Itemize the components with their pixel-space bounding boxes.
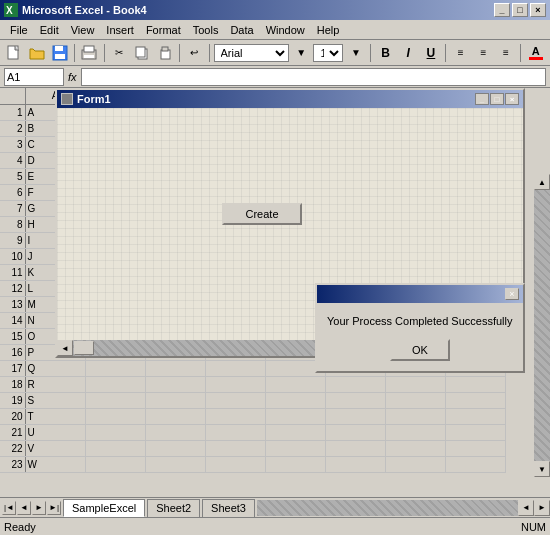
scroll-up-button[interactable]: ▲ <box>534 174 550 190</box>
cell[interactable] <box>85 392 145 408</box>
cell[interactable] <box>85 408 145 424</box>
cell[interactable] <box>205 376 265 392</box>
cell[interactable]: R <box>25 376 85 392</box>
cell[interactable] <box>445 408 505 424</box>
scroll-thumb[interactable] <box>74 341 94 355</box>
cell[interactable] <box>85 424 145 440</box>
open-button[interactable] <box>27 42 48 64</box>
cell[interactable] <box>205 408 265 424</box>
cell[interactable] <box>385 408 445 424</box>
cell[interactable] <box>145 408 205 424</box>
font-dropdown-btn[interactable]: ▼ <box>291 42 312 64</box>
cell[interactable]: S <box>25 392 85 408</box>
copy-button[interactable] <box>131 42 152 64</box>
msgbox-ok-button[interactable]: OK <box>390 339 450 361</box>
cut-button[interactable]: ✂ <box>109 42 130 64</box>
cell[interactable]: Q <box>25 360 85 376</box>
cell[interactable] <box>445 440 505 456</box>
cell[interactable]: T <box>25 408 85 424</box>
font-size-selector[interactable]: 10 <box>313 44 343 62</box>
cell[interactable] <box>205 392 265 408</box>
cell[interactable] <box>205 440 265 456</box>
cell-reference[interactable]: A1 <box>4 68 64 86</box>
msgbox-close-button[interactable]: × <box>505 288 519 300</box>
scroll-track[interactable] <box>534 190 550 461</box>
maximize-button[interactable]: □ <box>512 3 528 17</box>
undo-button[interactable]: ↩ <box>184 42 205 64</box>
menu-file[interactable]: File <box>4 22 34 38</box>
cell[interactable]: V <box>25 440 85 456</box>
cell[interactable] <box>385 456 445 472</box>
sheet-next-button[interactable]: ► <box>32 501 46 515</box>
cell[interactable] <box>445 424 505 440</box>
cell[interactable]: U <box>25 424 85 440</box>
sheet-last-button[interactable]: ►| <box>47 501 61 515</box>
vertical-scrollbar[interactable]: ▲ ▼ <box>534 174 550 477</box>
cell[interactable] <box>85 440 145 456</box>
formula-input[interactable] <box>81 68 546 86</box>
size-dropdown-btn[interactable]: ▼ <box>345 42 366 64</box>
paste-button[interactable] <box>154 42 175 64</box>
cell[interactable] <box>145 376 205 392</box>
cell[interactable] <box>145 360 205 376</box>
cell[interactable] <box>325 440 385 456</box>
menu-view[interactable]: View <box>65 22 101 38</box>
align-center-button[interactable]: ≡ <box>473 42 494 64</box>
cell[interactable] <box>265 408 325 424</box>
bold-button[interactable]: B <box>375 42 396 64</box>
close-button[interactable]: × <box>530 3 546 17</box>
cell[interactable] <box>325 424 385 440</box>
sheet-prev-button[interactable]: ◄ <box>17 501 31 515</box>
cell[interactable] <box>85 360 145 376</box>
vb-maximize-button[interactable]: □ <box>490 93 504 105</box>
menu-insert[interactable]: Insert <box>100 22 140 38</box>
cell[interactable] <box>205 360 265 376</box>
cell[interactable] <box>445 376 505 392</box>
menu-tools[interactable]: Tools <box>187 22 225 38</box>
cell[interactable] <box>325 456 385 472</box>
italic-button[interactable]: I <box>398 42 419 64</box>
cell[interactable] <box>325 376 385 392</box>
align-left-button[interactable]: ≡ <box>450 42 471 64</box>
cell[interactable] <box>385 424 445 440</box>
cell[interactable] <box>85 456 145 472</box>
cell[interactable] <box>265 456 325 472</box>
sheet-tab-sheet3[interactable]: Sheet3 <box>202 499 255 517</box>
cell[interactable] <box>265 376 325 392</box>
horizontal-scroll-track[interactable] <box>257 500 518 516</box>
sheet-tab-sheet2[interactable]: Sheet2 <box>147 499 200 517</box>
cell[interactable] <box>85 376 145 392</box>
h-scroll-right-button[interactable]: ► <box>534 500 550 516</box>
cell[interactable] <box>385 440 445 456</box>
cell[interactable] <box>205 424 265 440</box>
print-button[interactable] <box>79 42 100 64</box>
sheet-tab-sampleexcel[interactable]: SampleExcel <box>63 499 145 517</box>
cell[interactable] <box>265 424 325 440</box>
h-scroll-left-button[interactable]: ◄ <box>518 500 534 516</box>
menu-data[interactable]: Data <box>224 22 259 38</box>
cell[interactable] <box>265 440 325 456</box>
underline-button[interactable]: U <box>421 42 442 64</box>
save-button[interactable] <box>49 42 70 64</box>
scroll-left-button[interactable]: ◄ <box>57 340 73 356</box>
align-right-button[interactable]: ≡ <box>496 42 517 64</box>
menu-edit[interactable]: Edit <box>34 22 65 38</box>
menu-format[interactable]: Format <box>140 22 187 38</box>
cell[interactable] <box>145 392 205 408</box>
vb-minimize-button[interactable]: _ <box>475 93 489 105</box>
font-color-button[interactable]: A <box>525 42 546 64</box>
cell[interactable] <box>265 392 325 408</box>
cell[interactable] <box>385 392 445 408</box>
cell[interactable] <box>445 392 505 408</box>
cell[interactable]: W <box>25 456 85 472</box>
cell[interactable] <box>385 376 445 392</box>
cell[interactable] <box>205 456 265 472</box>
cell[interactable] <box>325 408 385 424</box>
menu-help[interactable]: Help <box>311 22 346 38</box>
menu-window[interactable]: Window <box>260 22 311 38</box>
vb-close-button[interactable]: × <box>505 93 519 105</box>
cell[interactable] <box>145 456 205 472</box>
font-selector[interactable]: Arial <box>214 44 289 62</box>
sheet-first-button[interactable]: |◄ <box>2 501 16 515</box>
create-button[interactable]: Create <box>222 203 302 225</box>
